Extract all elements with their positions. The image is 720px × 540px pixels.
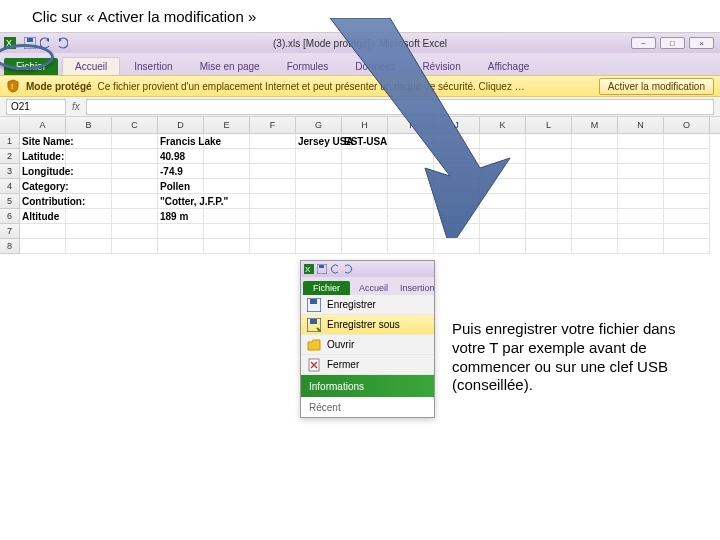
cell[interactable]: [112, 134, 158, 149]
cell[interactable]: [204, 149, 250, 164]
cell[interactable]: [526, 239, 572, 254]
cell[interactable]: [296, 149, 342, 164]
row-header[interactable]: 5: [0, 194, 20, 209]
cell[interactable]: [112, 224, 158, 239]
maximize-button[interactable]: □: [660, 37, 685, 49]
cell[interactable]: [434, 134, 480, 149]
undo-icon[interactable]: [40, 37, 52, 49]
redo-icon[interactable]: [343, 264, 353, 274]
cell[interactable]: [388, 164, 434, 179]
cell[interactable]: [158, 224, 204, 239]
cell[interactable]: [434, 194, 480, 209]
formula-input[interactable]: [86, 99, 714, 115]
cell[interactable]: [618, 224, 664, 239]
cell[interactable]: [342, 224, 388, 239]
cell[interactable]: [434, 149, 480, 164]
cell[interactable]: -74.9: [158, 164, 204, 179]
cell[interactable]: [66, 179, 112, 194]
cell[interactable]: [618, 194, 664, 209]
menu-save-as[interactable]: Enregistrer sous: [301, 315, 434, 335]
cell[interactable]: [572, 179, 618, 194]
cell[interactable]: [480, 164, 526, 179]
cell[interactable]: [618, 149, 664, 164]
col-header-e[interactable]: E: [204, 117, 250, 133]
cell[interactable]: [526, 134, 572, 149]
cell[interactable]: [250, 194, 296, 209]
tab-view[interactable]: Affichage: [475, 57, 543, 75]
cell[interactable]: [480, 224, 526, 239]
cell[interactable]: [480, 209, 526, 224]
cell[interactable]: [250, 179, 296, 194]
tab-formulas[interactable]: Formules: [274, 57, 342, 75]
cell[interactable]: [572, 164, 618, 179]
cell[interactable]: [204, 164, 250, 179]
col-header-d[interactable]: D: [158, 117, 204, 133]
cell[interactable]: 40.98: [158, 149, 204, 164]
cell[interactable]: [342, 209, 388, 224]
cell[interactable]: [204, 209, 250, 224]
cell[interactable]: [526, 149, 572, 164]
menu-open[interactable]: Ouvrir: [301, 335, 434, 355]
cell[interactable]: [388, 179, 434, 194]
cell[interactable]: [204, 239, 250, 254]
tab-layout[interactable]: Mise en page: [187, 57, 273, 75]
col-header-k[interactable]: K: [480, 117, 526, 133]
cell[interactable]: [342, 239, 388, 254]
row-header[interactable]: 1: [0, 134, 20, 149]
cell[interactable]: [664, 164, 710, 179]
menu-recent[interactable]: Récent: [301, 397, 434, 417]
cell[interactable]: Pollen: [158, 179, 204, 194]
cell[interactable]: [66, 194, 112, 209]
menu-close[interactable]: Fermer: [301, 355, 434, 375]
name-box[interactable]: O21: [6, 99, 66, 115]
cell[interactable]: [664, 179, 710, 194]
cell[interactable]: [618, 209, 664, 224]
cell[interactable]: [618, 134, 664, 149]
enable-editing-button[interactable]: Activer la modification: [599, 78, 714, 95]
cell[interactable]: Jersey USA: [296, 134, 342, 149]
cell[interactable]: [112, 209, 158, 224]
cell[interactable]: [66, 224, 112, 239]
cell[interactable]: [434, 239, 480, 254]
cell[interactable]: [204, 179, 250, 194]
col-header-c[interactable]: C: [112, 117, 158, 133]
tab-review[interactable]: Révision: [409, 57, 473, 75]
cell[interactable]: [664, 209, 710, 224]
col-header-h[interactable]: H: [342, 117, 388, 133]
row-header[interactable]: 7: [0, 224, 20, 239]
cell[interactable]: [204, 134, 250, 149]
col-header-j[interactable]: J: [434, 117, 480, 133]
cell[interactable]: [66, 209, 112, 224]
cell[interactable]: [20, 239, 66, 254]
cell[interactable]: [250, 164, 296, 179]
cell[interactable]: [296, 209, 342, 224]
col-header-o[interactable]: O: [664, 117, 710, 133]
small-tab-insert[interactable]: Insertion: [394, 281, 441, 295]
tab-insert[interactable]: Insertion: [121, 57, 185, 75]
cell[interactable]: [112, 194, 158, 209]
col-header-n[interactable]: N: [618, 117, 664, 133]
fx-icon[interactable]: fx: [72, 101, 80, 112]
cell[interactable]: [572, 209, 618, 224]
minimize-button[interactable]: −: [631, 37, 656, 49]
cell[interactable]: [388, 134, 434, 149]
col-header-m[interactable]: M: [572, 117, 618, 133]
row-header[interactable]: 2: [0, 149, 20, 164]
row-header[interactable]: 6: [0, 209, 20, 224]
cell[interactable]: [434, 224, 480, 239]
cell[interactable]: [66, 164, 112, 179]
cell[interactable]: [112, 179, 158, 194]
cell[interactable]: Latitude:: [20, 149, 66, 164]
cell[interactable]: [388, 239, 434, 254]
cell[interactable]: [572, 149, 618, 164]
cell[interactable]: [664, 194, 710, 209]
cell[interactable]: Category:: [20, 179, 66, 194]
cell[interactable]: [480, 149, 526, 164]
cell[interactable]: [250, 209, 296, 224]
col-header-l[interactable]: L: [526, 117, 572, 133]
row-header[interactable]: 4: [0, 179, 20, 194]
cell[interactable]: [204, 194, 250, 209]
tab-data[interactable]: Données: [342, 57, 408, 75]
cell[interactable]: [526, 209, 572, 224]
row-header[interactable]: 8: [0, 239, 20, 254]
